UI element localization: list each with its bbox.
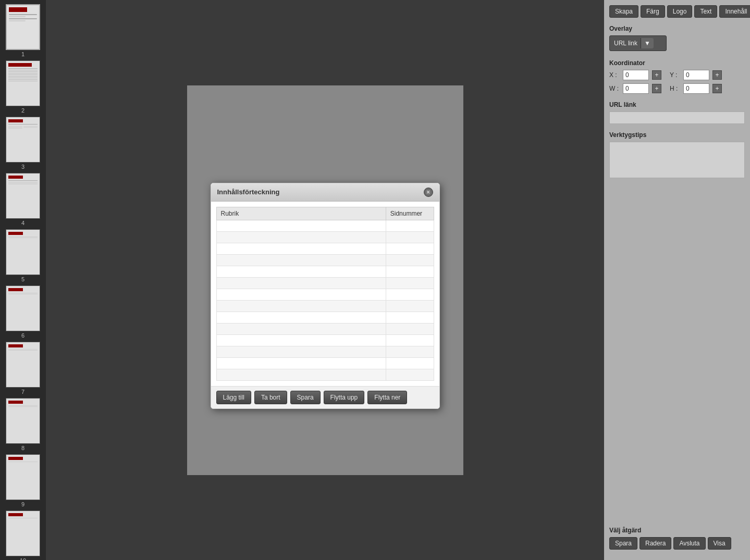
thumbnail-2[interactable] [6,60,40,106]
thumb-container-6: 6 [3,285,43,339]
toc-row-rubrik-12[interactable] [216,357,386,369]
lagg-till-button[interactable]: Lägg till [216,391,251,404]
toc-row-rubrik-9[interactable] [216,323,386,334]
main-canvas-area: Innhållsförteckning × Rubrik Sidnummer [46,0,604,560]
right-panel: Skapa Färg Logo Text Innehåll Overlay UR… [604,0,750,560]
toc-row-sidnummer-5[interactable] [386,277,434,289]
skapa-button[interactable]: Skapa [609,5,638,18]
overlay-select-value: URL link [614,40,637,47]
koordinator-label: Koordinator [609,59,745,67]
atgard-radera-button[interactable]: Radera [640,537,671,550]
valj-atgard-section: Välj åtgärd Spara Radera Avsluta Visa [609,527,745,550]
toc-row-sidnummer-6[interactable] [386,289,434,300]
thumbnail-9[interactable] [6,454,40,500]
toc-row-sidnummer-9[interactable] [386,323,434,334]
thumb-num-2: 2 [21,107,24,114]
modal-overlay: Innhållsförteckning × Rubrik Sidnummer [187,85,463,475]
valj-atgard-label: Välj åtgärd [609,527,745,534]
thumb-container-7: 7 [3,342,43,395]
w-input[interactable] [623,83,649,94]
flytta-ner-button[interactable]: Flytta ner [367,391,407,404]
thumb-num-8: 8 [21,445,24,451]
thumb-container-10: 10 [3,511,43,560]
toc-row-rubrik-13[interactable] [216,369,386,380]
thumb-num-6: 6 [21,332,24,339]
col-header-sidnummer: Sidnummer [386,207,434,220]
thumb-container-4: 4 [3,173,43,226]
toolbar-row: Skapa Färg Logo Text Innehåll [609,5,745,18]
toc-row-rubrik-5[interactable] [216,277,386,289]
url-link-input[interactable] [609,111,745,124]
y-input[interactable] [683,70,709,80]
thumb-container-9: 9 [3,454,43,507]
thumb-container-1: 1 [3,4,43,57]
x-input[interactable] [623,70,649,80]
toc-row-sidnummer-8[interactable] [386,312,434,323]
toc-row-rubrik-4[interactable] [216,266,386,277]
toc-row-rubrik-10[interactable] [216,334,386,346]
toc-row-rubrik-11[interactable] [216,346,386,357]
overlay-select[interactable]: URL link ▼ [609,35,667,51]
toc-row-rubrik-7[interactable] [216,300,386,312]
thumbnail-7[interactable] [6,342,40,388]
thumb-container-2: 2 [3,60,43,114]
farg-button[interactable]: Färg [641,5,665,18]
logo-button[interactable]: Logo [667,5,693,18]
w-label: W : [609,85,620,92]
overlay-dropdown-arrow[interactable]: ▼ [641,38,654,48]
innehall-button[interactable]: Innehåll [719,5,750,18]
canvas-page: Innhållsförteckning × Rubrik Sidnummer [187,85,463,475]
coord-row-xy: X : + Y : + [609,70,745,80]
modal-footer: Lägg till Ta bort Spara Flytta upp Flytt… [211,386,439,408]
toc-row-rubrik-3[interactable] [216,254,386,266]
atgard-buttons-row: Spara Radera Avsluta Visa [609,537,745,550]
atgard-visa-button[interactable]: Visa [708,537,731,550]
toc-row-sidnummer-12[interactable] [386,357,434,369]
w-increment-button[interactable]: + [652,84,661,93]
toc-row-rubrik-0[interactable] [216,220,386,231]
h-increment-button[interactable]: + [712,84,722,93]
toc-row-sidnummer-10[interactable] [386,334,434,346]
atgard-avsluta-button[interactable]: Avsluta [673,537,705,550]
toc-row-sidnummer-4[interactable] [386,266,434,277]
text-button[interactable]: Text [694,5,717,18]
modal-body: Rubrik Sidnummer [211,202,439,386]
url-link-section: URL länk [609,101,745,124]
modal-close-button[interactable]: × [424,188,433,197]
col-header-rubrik: Rubrik [216,207,386,220]
x-increment-button[interactable]: + [652,70,661,80]
thumbnail-5[interactable] [6,229,40,275]
toc-row-sidnummer-3[interactable] [386,254,434,266]
thumb-num-5: 5 [21,276,24,282]
thumbnail-6[interactable] [6,285,40,331]
x-label: X : [609,71,620,79]
toc-row-sidnummer-13[interactable] [386,369,434,380]
h-input[interactable] [683,83,709,94]
spara-button[interactable]: Spara [290,391,321,404]
atgard-spara-button[interactable]: Spara [609,537,637,550]
y-increment-button[interactable]: + [712,70,722,80]
verktygstips-textarea[interactable] [609,142,745,178]
thumb-container-8: 8 [3,398,43,451]
toc-row-rubrik-8[interactable] [216,312,386,323]
toc-row-sidnummer-0[interactable] [386,220,434,231]
thumbnail-3[interactable] [6,117,40,163]
toc-row-rubrik-2[interactable] [216,243,386,254]
toc-row-sidnummer-11[interactable] [386,346,434,357]
ta-bort-button[interactable]: Ta bort [254,391,287,404]
y-label: Y : [670,71,680,79]
toc-row-sidnummer-7[interactable] [386,300,434,312]
toc-row-sidnummer-2[interactable] [386,243,434,254]
verktygstips-section: Verktygstips [609,131,745,180]
thumbnail-10[interactable] [6,511,40,556]
thumb-num-1: 1 [21,51,24,57]
thumb-num-4: 4 [21,220,24,226]
toc-row-rubrik-1[interactable] [216,231,386,243]
toc-row-sidnummer-1[interactable] [386,231,434,243]
toc-row-rubrik-6[interactable] [216,289,386,300]
thumbnail-4[interactable] [6,173,40,219]
flytta-upp-button[interactable]: Flytta upp [324,391,365,404]
thumbnail-8[interactable] [6,398,40,444]
thumbnail-1[interactable] [6,4,40,50]
modal-title: Innhållsförteckning [217,188,280,196]
